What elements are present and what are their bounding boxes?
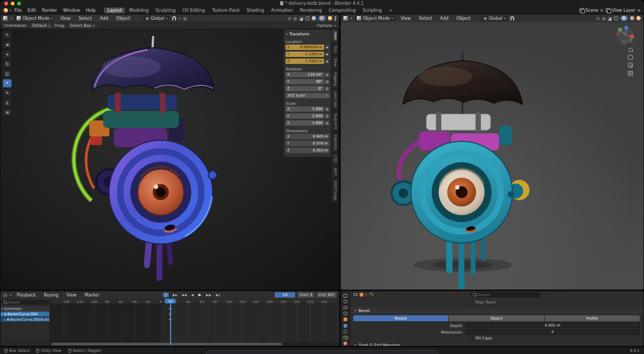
keyframe-decorator[interactable] xyxy=(325,113,330,119)
tab-modifier-properties[interactable] xyxy=(342,323,349,328)
bevel-mode-profile[interactable]: Profile xyxy=(545,315,640,321)
snap-magnet-icon[interactable] xyxy=(172,16,176,20)
vp-menu-select[interactable]: Select xyxy=(416,16,435,21)
scene-unlink-icon[interactable] xyxy=(600,9,604,12)
mode-dropdown[interactable]: Object Mode ▾ xyxy=(14,16,55,21)
tab-output-properties[interactable] xyxy=(342,305,349,309)
tool-add-cube[interactable]: ⊞ xyxy=(3,108,12,117)
workspace-tab-shading[interactable]: Shading xyxy=(244,8,268,13)
menu-file[interactable]: File xyxy=(12,8,24,13)
workspace-tab-uv-editing[interactable]: UV Editing xyxy=(179,8,208,13)
playhead-line[interactable] xyxy=(170,299,171,345)
channel-search[interactable] xyxy=(2,300,48,305)
tool-move[interactable]: + xyxy=(3,50,12,59)
n-tab-vdb-forge[interactable]: VDB Forge xyxy=(332,179,338,203)
dimensions-x-field[interactable]: X0.945 m xyxy=(286,134,330,139)
n-tab-true-vfx[interactable]: True-VFX xyxy=(332,111,338,132)
vp-menu-add[interactable]: Add xyxy=(97,16,111,21)
channel-summary[interactable]: ▾ Summary xyxy=(1,306,49,311)
timeline-menu-view[interactable]: View xyxy=(64,292,79,298)
shading-wireframe-icon[interactable] xyxy=(305,16,310,20)
location-y-field[interactable]: Y-1.1401 m xyxy=(286,52,324,57)
scale-y-field[interactable]: Y1.000 xyxy=(286,113,324,119)
breadcrumb-object-icon[interactable] xyxy=(360,293,363,297)
gizmo-toggle-icon[interactable]: ◇ xyxy=(288,16,291,21)
n-tab-c3d[interactable]: C3D xyxy=(332,153,338,165)
frame-end-field[interactable]: End327 xyxy=(317,292,336,298)
channel-search-input[interactable] xyxy=(8,300,47,305)
timeline-grid[interactable] xyxy=(50,304,338,342)
xray-toggle-icon[interactable]: ◪ xyxy=(608,16,612,21)
workspace-tab-texture-paint[interactable]: Texture Paint xyxy=(209,8,243,13)
keyframe-decorator[interactable] xyxy=(325,59,330,64)
n-tab-tool[interactable]: Tool xyxy=(332,44,338,55)
ortho-toggle-icon[interactable] xyxy=(628,71,633,76)
scale-x-field[interactable]: X1.000 xyxy=(286,106,324,112)
mode-dropdown[interactable]: Object Mode ▾ xyxy=(355,16,395,21)
tab-render-properties[interactable] xyxy=(342,299,349,304)
options-dropdown[interactable]: Options ▾ xyxy=(317,23,336,28)
xray-toggle-icon[interactable]: ◪ xyxy=(299,16,303,21)
rotation-x-field[interactable]: X-116.54° xyxy=(286,72,324,77)
properties-search-input[interactable] xyxy=(478,293,538,297)
timeline-scroll-thumb[interactable] xyxy=(52,343,282,345)
location-x-field[interactable]: X-0.084594 m xyxy=(286,45,324,50)
view-layer-selector[interactable]: View Layer xyxy=(606,8,641,13)
timeline-scrollbar[interactable] xyxy=(50,343,338,345)
bevel-section-header[interactable]: ▾ Bevel xyxy=(350,307,643,314)
location-z-field[interactable]: Z1.7005 m xyxy=(286,59,324,64)
fill-caps-checkbox[interactable] xyxy=(469,336,473,341)
viewport-left[interactable]: ▾ Object Mode ▾ View Select Add Object ⊕… xyxy=(0,14,340,290)
camera-view-icon[interactable] xyxy=(628,63,633,68)
editor-type-icon[interactable] xyxy=(3,16,8,20)
vp-menu-object[interactable]: Object xyxy=(114,16,133,21)
n-tab-electrify[interactable]: Electrify xyxy=(332,133,338,152)
zoom-icon[interactable] xyxy=(628,48,632,52)
bevel-mode-round[interactable]: Round xyxy=(353,315,448,321)
n-tab-arp[interactable]: ARP xyxy=(332,166,338,177)
timeline-menu-marker[interactable]: Marker xyxy=(82,292,103,298)
depth-field[interactable]: 0.005 m xyxy=(465,323,640,328)
start-end-mapping-header[interactable]: ▸ Start & End Mapping xyxy=(350,342,643,346)
menu-render[interactable]: Render xyxy=(39,8,60,13)
clock-icon[interactable]: ◷ xyxy=(3,293,7,298)
next-keyframe-button[interactable]: ▶▶ xyxy=(205,293,212,297)
properties-editor-icon[interactable] xyxy=(354,293,357,296)
timeline-menu-playback[interactable]: Playback xyxy=(14,292,39,298)
dimensions-y-field[interactable]: Y0.376 m xyxy=(286,141,330,146)
keyframe-decorator[interactable] xyxy=(325,120,330,126)
menu-help[interactable]: Help xyxy=(83,8,98,13)
timeline-menu-keying[interactable]: Keying xyxy=(41,292,61,298)
vp-menu-view[interactable]: View xyxy=(57,16,73,21)
playhead-label[interactable]: 14 xyxy=(165,299,175,304)
expand-icon[interactable]: ▾ xyxy=(2,307,3,310)
shading-wireframe-icon[interactable] xyxy=(614,16,618,20)
shading-solid-icon[interactable] xyxy=(312,16,316,20)
bevel-mode-object[interactable]: Object xyxy=(449,315,544,321)
shading-rendered-icon[interactable] xyxy=(328,16,332,20)
n-tab-lens-sim[interactable]: Lens Sim xyxy=(332,89,338,110)
n-tab-item[interactable]: Item xyxy=(332,30,338,42)
keyframe-decorator[interactable] xyxy=(325,106,330,112)
shading-rendered-icon[interactable] xyxy=(636,16,641,20)
tool-annotate[interactable]: ✎ xyxy=(3,89,12,97)
channel-bezier-action[interactable]: ▸ BezierCurve.006Action xyxy=(1,317,49,322)
scale-z-field[interactable]: Z1.000 xyxy=(286,120,324,126)
timeline-body[interactable]: -140 -120 -100 -80 -60 -40 -20 0 20 40 6… xyxy=(1,299,339,346)
tool-scale[interactable]: ◱ xyxy=(3,69,12,78)
tab-object-data-properties[interactable] xyxy=(342,336,349,340)
jump-to-start-button[interactable]: ◀ xyxy=(172,293,178,297)
channel-bezier-curve[interactable]: ▾ BezierCurve.006 xyxy=(1,312,49,316)
minimize-window-button[interactable] xyxy=(11,2,14,5)
menu-window[interactable]: Window xyxy=(60,8,83,13)
pan-hand-icon[interactable] xyxy=(628,55,633,60)
properties-search[interactable] xyxy=(471,292,540,297)
keyframe-decorator[interactable] xyxy=(325,86,330,91)
viewport-right[interactable]: ▾ Object Mode ▾ View Select Add Object ⊕… xyxy=(340,14,644,290)
view-layer-unlink-icon[interactable] xyxy=(637,9,641,12)
tool-rotate[interactable]: ↻ xyxy=(3,60,12,68)
keyframe-decorator[interactable] xyxy=(325,79,330,84)
scene-selector[interactable]: Scene xyxy=(580,8,604,13)
n-tab-view[interactable]: View xyxy=(332,56,338,69)
workspace-tab-sculpting[interactable]: Sculpting xyxy=(152,8,179,13)
